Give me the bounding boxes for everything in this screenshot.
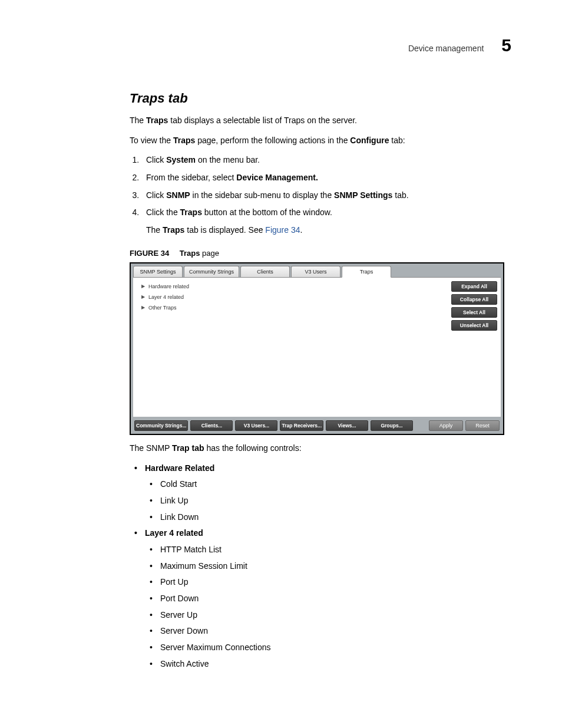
text: . — [300, 225, 303, 235]
select-all-button[interactable]: Select All — [451, 307, 497, 318]
list-item: Switch Active — [145, 658, 511, 671]
after-figure-paragraph: The SNMP Trap tab has the following cont… — [130, 442, 511, 455]
hardware-sublist: Cold Start Link Up Link Down — [145, 478, 511, 523]
clients-button[interactable]: Clients... — [190, 420, 233, 431]
text-bold: Traps — [163, 225, 184, 235]
list-item: Port Up — [145, 576, 511, 589]
tab-snmp-settings[interactable]: SNMP Settings — [133, 266, 183, 278]
community-strings-button[interactable]: Community Strings... — [134, 420, 188, 431]
text: tab displays a selectable list of Traps … — [168, 116, 357, 125]
step-item: Click the Traps button at the bottom of … — [141, 206, 511, 236]
text-bold: Trap tab — [172, 443, 204, 453]
text: page — [200, 249, 220, 258]
tree-row-other[interactable]: ▶ Other Traps — [141, 305, 443, 311]
text: Click the — [146, 207, 180, 217]
list-item: Server Up — [145, 609, 511, 622]
text-bold: SNMP — [166, 190, 190, 200]
list-item: Link Up — [145, 495, 511, 508]
text-bold: Traps — [180, 207, 202, 217]
text: tab. — [392, 190, 408, 200]
tree-row-layer4[interactable]: ▶ Layer 4 related — [141, 294, 443, 300]
running-header: Device management 5 — [51, 35, 511, 55]
view-paragraph: To view the Traps page, perform the foll… — [130, 134, 511, 147]
text-bold: Traps — [146, 116, 168, 125]
text: page, perform the following actions in t… — [195, 136, 350, 145]
tree-label: Hardware related — [148, 284, 189, 289]
list-item: Port Down — [145, 592, 511, 605]
text: To view the — [130, 136, 173, 145]
text: tab is displayed. See — [184, 225, 265, 235]
caret-right-icon: ▶ — [141, 294, 146, 299]
main-pane: ▶ Hardware related ▶ Layer 4 related ▶ O… — [133, 277, 501, 417]
layer4-sublist: HTTP Match List Maximum Session Limit Po… — [145, 543, 511, 671]
figure-title: Traps page — [180, 249, 219, 258]
text-bold: Device Management. — [236, 173, 318, 182]
v3-users-button[interactable]: V3 Users... — [235, 420, 277, 431]
side-buttons: Expand All Collapse All Select All Unsel… — [451, 278, 501, 417]
views-button[interactable]: Views... — [326, 420, 368, 431]
text-bold: Traps — [180, 249, 200, 258]
expand-all-button[interactable]: Expand All — [451, 281, 497, 292]
text: tab: — [389, 136, 405, 145]
text: Click — [146, 190, 166, 200]
section-title: Traps tab — [130, 91, 511, 106]
text: The SNMP — [130, 443, 172, 453]
trap-receivers-button[interactable]: Trap Receivers... — [280, 420, 323, 431]
step-sub: The Traps tab is displayed. See Figure 3… — [146, 224, 511, 237]
traps-tree: ▶ Hardware related ▶ Layer 4 related ▶ O… — [133, 278, 451, 417]
text-bold: SNMP Settings — [334, 190, 392, 200]
list-item: Server Down — [145, 625, 511, 638]
text-bold: System — [166, 155, 196, 164]
text: has the following controls: — [204, 443, 302, 453]
collapse-all-button[interactable]: Collapse All — [451, 294, 497, 305]
step-item: Click System on the menu bar. — [141, 154, 511, 167]
tab-v3-users[interactable]: V3 Users — [291, 266, 340, 278]
apply-button[interactable]: Apply — [429, 420, 463, 431]
list-item: Link Down — [145, 511, 511, 524]
figure-label: FIGURE 34 — [130, 249, 169, 258]
page: Device management 5 Traps tab The Traps … — [0, 0, 562, 728]
list-item-layer4: Layer 4 related HTTP Match List Maximum … — [130, 527, 511, 670]
list-item: HTTP Match List — [145, 543, 511, 556]
caret-right-icon: ▶ — [141, 284, 146, 289]
text: Click — [146, 155, 166, 164]
tree-row-hardware[interactable]: ▶ Hardware related — [141, 284, 443, 289]
text: in the sidebar sub-menu to display the — [190, 190, 334, 200]
tree-label: Other Traps — [148, 305, 177, 311]
figure-caption: FIGURE 34 Traps page — [130, 249, 511, 258]
content-column: Traps tab The Traps tab displays a selec… — [130, 91, 511, 670]
text-bold: Traps — [173, 136, 195, 145]
tab-clients[interactable]: Clients — [240, 266, 290, 278]
text-bold: Configure — [350, 136, 389, 145]
text: on the menu bar. — [196, 155, 260, 164]
running-header-text: Device management — [408, 44, 484, 53]
list-item-hardware: Hardware Related Cold Start Link Up Link… — [130, 462, 511, 524]
step-item: Click SNMP in the sidebar sub-menu to di… — [141, 189, 511, 202]
reset-button[interactable]: Reset — [465, 420, 500, 431]
chapter-number: 5 — [501, 35, 511, 55]
unselect-all-button[interactable]: Unselect All — [451, 320, 497, 331]
text-bold: Layer 4 related — [145, 528, 203, 538]
tab-traps[interactable]: Traps — [342, 266, 391, 278]
groups-button[interactable]: Groups... — [371, 420, 413, 431]
tab-community-strings[interactable]: Community Strings — [184, 266, 239, 278]
text: From the sidebar, select — [146, 173, 236, 182]
list-item: Maximum Session Limit — [145, 560, 511, 573]
caret-right-icon: ▶ — [141, 305, 146, 310]
text: button at the bottom of the window. — [202, 207, 332, 217]
list-item: Server Maximum Connections — [145, 641, 511, 654]
controls-list: Hardware Related Cold Start Link Up Link… — [130, 462, 511, 671]
bottom-bar: Community Strings... Clients... V3 Users… — [131, 417, 503, 434]
figure-link[interactable]: Figure 34 — [265, 225, 300, 235]
step-item: From the sidebar, select Device Manageme… — [141, 172, 511, 185]
list-item: Cold Start — [145, 478, 511, 491]
traps-page-screenshot: SNMP Settings Community Strings Clients … — [130, 262, 504, 435]
intro-paragraph: The Traps tab displays a selectable list… — [130, 114, 511, 127]
tab-strip: SNMP Settings Community Strings Clients … — [131, 263, 503, 278]
text-bold: Hardware Related — [145, 463, 214, 473]
tree-label: Layer 4 related — [148, 294, 184, 300]
steps-list: Click System on the menu bar. From the s… — [130, 154, 511, 236]
text: The — [146, 225, 163, 235]
text: The — [130, 116, 146, 125]
